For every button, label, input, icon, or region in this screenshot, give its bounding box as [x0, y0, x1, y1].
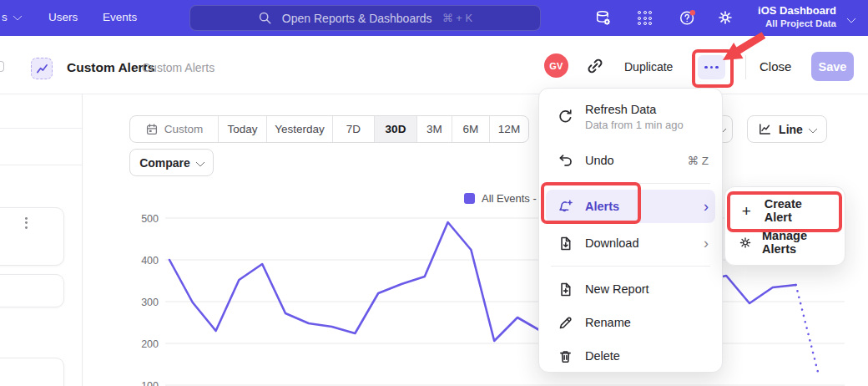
settings-icon[interactable]	[717, 9, 734, 26]
menu-item-label: Alerts	[585, 200, 619, 213]
undo-icon	[558, 153, 573, 169]
bell-plus-icon	[558, 199, 573, 215]
svg-text:200: 200	[141, 338, 159, 350]
range-today[interactable]: Today	[218, 116, 266, 142]
chevron-down-icon	[808, 124, 817, 133]
report-type-icon	[31, 58, 53, 79]
sidebar-card[interactable]	[0, 358, 64, 386]
gear-icon	[739, 235, 752, 251]
range-label: 12M	[498, 123, 520, 135]
header-divider	[745, 55, 746, 79]
range-label: 6M	[463, 123, 479, 135]
global-search[interactable]: Open Reports & Dashboards ⌘ + K	[189, 5, 541, 31]
nav-item-truncated[interactable]: s	[2, 11, 21, 23]
search-icon	[258, 11, 272, 25]
compare-button[interactable]: Compare	[129, 149, 214, 176]
line-chart-icon	[758, 122, 772, 136]
menu-item-undo[interactable]: Undo ⌘ Z	[546, 144, 715, 177]
menu-item-label: Download	[585, 236, 639, 250]
menu-item-label: Rename	[585, 316, 631, 329]
sidebar-card[interactable]	[0, 207, 64, 266]
range-custom[interactable]: Custom	[130, 116, 218, 142]
chart-type-button[interactable]: Line	[747, 115, 827, 143]
sidebar-card[interactable]	[0, 274, 64, 307]
new-report-icon	[558, 282, 573, 297]
more-options-button[interactable]	[698, 55, 725, 79]
svg-text:400: 400	[141, 255, 159, 267]
menu-divider	[551, 183, 710, 184]
data-icon[interactable]	[594, 9, 612, 27]
chevron-down-icon	[195, 157, 204, 166]
submenu-item-manage-alerts[interactable]: Manage Alerts	[730, 226, 840, 258]
nav-item-users[interactable]: Users	[48, 11, 78, 23]
duplicate-button[interactable]: Duplicate	[624, 60, 673, 74]
legend-swatch	[464, 193, 475, 204]
project-name: iOS Dashboard	[758, 4, 836, 18]
trash-icon	[558, 348, 573, 364]
project-selector[interactable]: iOS Dashboard All Project Data	[758, 4, 836, 29]
menu-item-rename[interactable]: Rename	[546, 306, 715, 339]
project-scope: All Project Data	[758, 18, 836, 29]
apps-grid-icon[interactable]	[638, 11, 652, 25]
submenu-item-create-alert[interactable]: + Create Alert	[730, 195, 840, 226]
range-30d[interactable]: 30D	[374, 116, 416, 142]
svg-text:100: 100	[141, 380, 159, 386]
submenu-chevron-right-icon: ›	[704, 199, 709, 214]
report-header: Custom Alerts Custom Alerts GV Duplicate…	[0, 36, 868, 84]
search-shortcut: ⌘ + K	[442, 12, 473, 24]
nav-item-events[interactable]: Events	[103, 11, 137, 23]
download-icon	[558, 236, 573, 251]
save-button[interactable]: Save	[811, 52, 854, 81]
compare-label: Compare	[139, 156, 190, 170]
range-label: Yesterday	[275, 123, 325, 135]
menu-item-label: Delete	[585, 349, 620, 363]
menu-divider	[551, 266, 710, 267]
close-button[interactable]: Close	[760, 59, 791, 74]
menu-item-shortcut: ⌘ Z	[688, 154, 709, 167]
calendar-icon	[145, 123, 159, 136]
search-placeholder: Open Reports & Dashboards	[282, 12, 432, 25]
menu-item-new-report[interactable]: New Report	[546, 272, 715, 306]
breadcrumb[interactable]: Custom Alerts	[142, 61, 214, 74]
range-3m[interactable]: 3M	[416, 116, 452, 142]
pencil-icon	[558, 315, 573, 331]
range-label: 7D	[346, 123, 361, 135]
menu-item-refresh-data[interactable]: Refresh Data Data from 1 min ago	[546, 97, 715, 135]
svg-text:300: 300	[141, 297, 159, 308]
card-kebab-menu-icon[interactable]	[25, 217, 28, 229]
submenu-item-label: Manage Alerts	[762, 229, 831, 256]
collapse-handle[interactable]	[0, 61, 4, 72]
submenu-chevron-right-icon: ›	[704, 236, 709, 251]
help-icon[interactable]	[679, 9, 696, 27]
app-window: s Users Events Open Reports & Dashboards…	[0, 0, 868, 386]
sidebar-border	[82, 94, 83, 386]
date-range-segmented-control: Custom Today Yesterday 7D 30D 3M 6M 12M	[129, 115, 529, 143]
menu-item-label: Undo	[585, 154, 614, 167]
submenu-item-label: Create Alert	[765, 197, 831, 224]
plus-icon: +	[739, 203, 754, 219]
range-6m[interactable]: 6M	[452, 116, 489, 142]
range-7d[interactable]: 7D	[332, 116, 374, 142]
sidebar-divider	[0, 165, 82, 165]
menu-item-label: Refresh Data	[585, 103, 656, 116]
range-label: Custom	[164, 123, 204, 135]
sidebar-divider	[0, 128, 82, 129]
chart-type-label: Line	[779, 123, 803, 136]
range-label: 30D	[386, 123, 406, 135]
range-label: 3M	[426, 123, 442, 135]
share-link-icon[interactable]	[586, 57, 604, 75]
nav-item-truncated-label: s	[2, 11, 8, 23]
sparkline-icon	[36, 63, 48, 75]
menu-item-delete[interactable]: Delete	[546, 339, 715, 373]
chevron-down-icon	[13, 11, 22, 20]
header-rule	[0, 94, 868, 94]
top-nav: s Users Events Open Reports & Dashboards…	[0, 0, 868, 36]
alerts-submenu: + Create Alert Manage Alerts	[724, 186, 845, 266]
refresh-icon	[558, 109, 573, 124]
range-yesterday[interactable]: Yesterday	[266, 116, 332, 142]
range-12m[interactable]: 12M	[489, 116, 528, 142]
menu-item-download[interactable]: Download ›	[546, 226, 715, 260]
svg-text:500: 500	[141, 213, 159, 225]
avatar[interactable]: GV	[544, 53, 568, 78]
menu-item-alerts[interactable]: Alerts ›	[546, 190, 715, 223]
